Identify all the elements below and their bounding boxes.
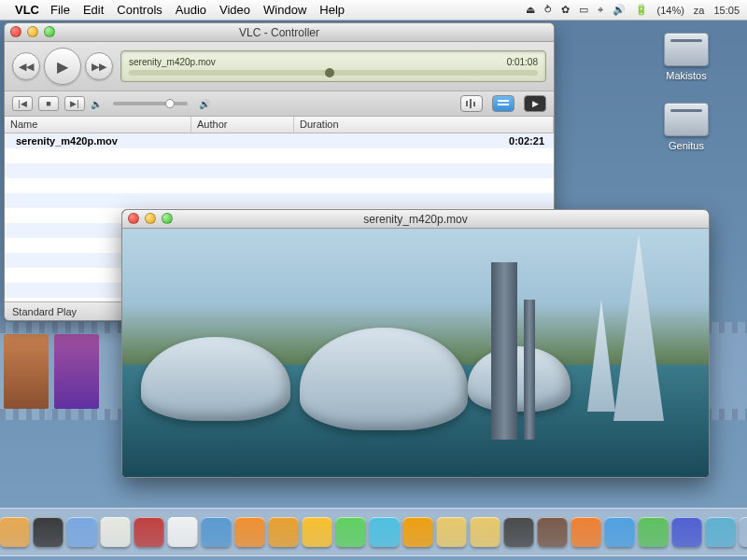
- equalizer-button[interactable]: [460, 95, 483, 112]
- dock-app-icon[interactable]: [504, 517, 534, 547]
- now-playing-label: serenity_m420p.mov: [129, 57, 216, 67]
- dock-app-icon[interactable]: [403, 517, 433, 547]
- column-name[interactable]: Name: [5, 117, 191, 133]
- menu-window[interactable]: Window: [263, 3, 306, 17]
- play-button[interactable]: ▶: [44, 48, 81, 85]
- controller-titlebar[interactable]: VLC - Controller: [5, 23, 554, 42]
- dock-app-icon[interactable]: [471, 517, 500, 547]
- playlist-header: Name Author Duration: [5, 117, 554, 133]
- dock-app-icon[interactable]: [34, 517, 63, 547]
- dock-app-icon[interactable]: [134, 517, 164, 547]
- playlist-row-empty: [5, 148, 554, 163]
- volume-high-icon: 🔊: [199, 99, 210, 109]
- drive-label: Makistos: [654, 70, 719, 81]
- volume-slider[interactable]: [113, 102, 188, 105]
- volume-icon[interactable]: 🔊: [613, 4, 626, 16]
- dock-app-icon[interactable]: [740, 517, 748, 547]
- zoom-button[interactable]: [44, 26, 55, 37]
- menu-bar: VLC File Edit Controls Audio Video Windo…: [0, 0, 747, 21]
- dock-app-icon[interactable]: [269, 517, 299, 547]
- dock-app-icon[interactable]: [639, 517, 669, 547]
- stop-button[interactable]: ■: [38, 96, 59, 111]
- playlist-row-empty: [5, 178, 554, 193]
- dock-app-icon[interactable]: [202, 517, 232, 547]
- video-content: [122, 229, 709, 477]
- prev-track-button[interactable]: |◀: [12, 96, 33, 111]
- next-track-button[interactable]: ▶|: [64, 96, 85, 111]
- dock-app-icon[interactable]: [538, 517, 568, 547]
- playlist-toggle-button[interactable]: [492, 95, 514, 112]
- dock-app-icon[interactable]: [571, 517, 601, 547]
- seek-bar[interactable]: [129, 70, 538, 76]
- menu-edit[interactable]: Edit: [83, 3, 104, 17]
- eject-icon[interactable]: ⏏: [526, 4, 535, 16]
- dock-app-icon[interactable]: [303, 517, 332, 547]
- dock-app-icon[interactable]: [168, 517, 198, 547]
- dock-app-icon[interactable]: [672, 517, 702, 547]
- clock-day: za: [694, 5, 705, 16]
- svg-rect-1: [470, 99, 472, 108]
- script-icon[interactable]: ✿: [561, 4, 570, 16]
- video-title: serenity_m420p.mov: [363, 213, 467, 226]
- dock-app-icon[interactable]: [605, 517, 635, 547]
- dock-app-icon[interactable]: [0, 517, 30, 547]
- dock[interactable]: [0, 508, 747, 556]
- drive-icon: [664, 33, 709, 66]
- minimize-button[interactable]: [145, 213, 156, 224]
- film-frame: [54, 334, 99, 409]
- status-text: Standard Play: [12, 306, 77, 317]
- menu-help[interactable]: Help: [319, 3, 345, 17]
- dock-app-icon[interactable]: [67, 517, 97, 547]
- dock-app-icon[interactable]: [101, 517, 131, 547]
- menu-video[interactable]: Video: [219, 3, 250, 17]
- menu-audio[interactable]: Audio: [176, 3, 206, 17]
- close-button[interactable]: [10, 26, 21, 37]
- svg-rect-2: [473, 102, 475, 106]
- playback-controls: ◀◀ ▶ ▶▶ serenity_m420p.mov 0:01:08: [5, 42, 554, 91]
- dock-app-icon[interactable]: [370, 517, 400, 547]
- video-window[interactable]: serenity_m420p.mov: [121, 209, 710, 478]
- seek-knob[interactable]: [325, 68, 334, 77]
- menu-extras: ⏏ ⥁ ✿ ▭ ⌖ 🔊 🔋 (14%) za 15:05: [526, 4, 740, 16]
- sync-icon[interactable]: ⥁: [544, 4, 552, 16]
- cell-name: serenity_m420p.mov: [5, 135, 191, 147]
- svg-rect-3: [498, 100, 509, 102]
- menu-file[interactable]: File: [50, 3, 70, 17]
- drive-label: Genitus: [654, 140, 719, 151]
- battery-icon[interactable]: 🔋: [635, 4, 648, 16]
- window-controls: [128, 213, 173, 224]
- clock-time[interactable]: 15:05: [713, 5, 740, 16]
- volume-knob[interactable]: [165, 99, 175, 108]
- column-author[interactable]: Author: [191, 117, 294, 133]
- minimize-button[interactable]: [27, 26, 38, 37]
- display-icon[interactable]: ▭: [579, 4, 588, 16]
- svg-rect-4: [498, 104, 509, 105]
- desktop-drive-1[interactable]: Makistos: [654, 33, 719, 81]
- volume-low-icon: 🔈: [91, 99, 102, 109]
- dock-app-icon[interactable]: [437, 517, 467, 547]
- secondary-controls: |◀ ■ ▶| 🔈 🔊 ▶: [5, 91, 554, 117]
- forward-button[interactable]: ▶▶: [85, 52, 113, 80]
- battery-percent: (14%): [657, 5, 684, 16]
- rewind-button[interactable]: ◀◀: [12, 52, 40, 80]
- playlist-row-empty: [5, 163, 554, 178]
- playlist-row-empty: [5, 193, 554, 208]
- dock-app-icon[interactable]: [336, 517, 366, 547]
- bluetooth-icon[interactable]: ⌖: [598, 4, 603, 16]
- elapsed-time: 0:01:08: [507, 57, 538, 67]
- window-title: VLC - Controller: [239, 26, 319, 39]
- video-titlebar[interactable]: serenity_m420p.mov: [122, 210, 709, 229]
- close-button[interactable]: [128, 213, 139, 224]
- app-name[interactable]: VLC: [15, 3, 39, 17]
- window-controls: [10, 26, 55, 37]
- cell-duration: 0:02:21: [294, 135, 554, 147]
- menu-controls[interactable]: Controls: [117, 3, 162, 17]
- column-duration[interactable]: Duration: [294, 117, 554, 133]
- dock-app-icon[interactable]: [235, 517, 265, 547]
- playlist-row[interactable]: serenity_m420p.mov 0:02:21: [5, 133, 554, 148]
- film-frame: [4, 334, 49, 409]
- dock-app-icon[interactable]: [706, 517, 736, 547]
- zoom-button[interactable]: [162, 213, 173, 224]
- desktop-drive-2[interactable]: Genitus: [654, 103, 719, 151]
- fullscreen-button[interactable]: ▶: [524, 95, 546, 112]
